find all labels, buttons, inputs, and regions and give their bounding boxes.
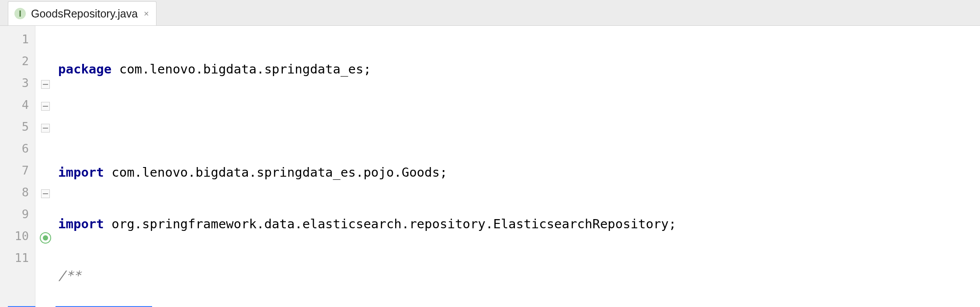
line-number: 2 — [0, 50, 35, 72]
line-number: 11 — [0, 247, 35, 269]
close-icon[interactable]: × — [144, 9, 149, 19]
code-line — [58, 110, 980, 132]
editor-tab[interactable]: I GoodsRepository.java × — [8, 1, 156, 25]
code-line: import com.lenovo.bigdata.springdata_es.… — [58, 161, 980, 183]
line-number: 1 — [0, 28, 35, 50]
interface-icon: I — [14, 8, 26, 19]
glyph-margin — [35, 26, 56, 307]
code-editor[interactable]: 1 2 3 4 5 6 7 8 9 10 11 package com.leno… — [0, 26, 980, 307]
code-line: /** — [58, 265, 980, 286]
line-number: 7 — [0, 160, 35, 181]
code-line: import org.springframework.data.elastics… — [58, 213, 980, 235]
tab-bar: I GoodsRepository.java × — [0, 0, 980, 26]
line-number: 9 — [0, 203, 35, 225]
spring-bean-icon[interactable] — [40, 232, 51, 244]
line-number: 10 — [0, 225, 35, 247]
fold-icon[interactable] — [41, 124, 50, 133]
line-number: 6 — [0, 138, 35, 160]
code-area[interactable]: package com.lenovo.bigdata.springdata_es… — [56, 26, 980, 307]
line-number: 4 — [0, 94, 35, 116]
code-line: package com.lenovo.bigdata.springdata_es… — [58, 58, 980, 80]
line-number-gutter: 1 2 3 4 5 6 7 8 9 10 11 — [0, 26, 35, 307]
fold-icon[interactable] — [41, 80, 50, 89]
fold-icon[interactable] — [41, 102, 50, 111]
line-number: 8 — [0, 181, 35, 203]
tab-title: GoodsRepository.java — [31, 7, 138, 20]
line-number: 3 — [0, 72, 35, 94]
fold-icon[interactable] — [41, 189, 50, 198]
line-number: 5 — [0, 116, 35, 138]
